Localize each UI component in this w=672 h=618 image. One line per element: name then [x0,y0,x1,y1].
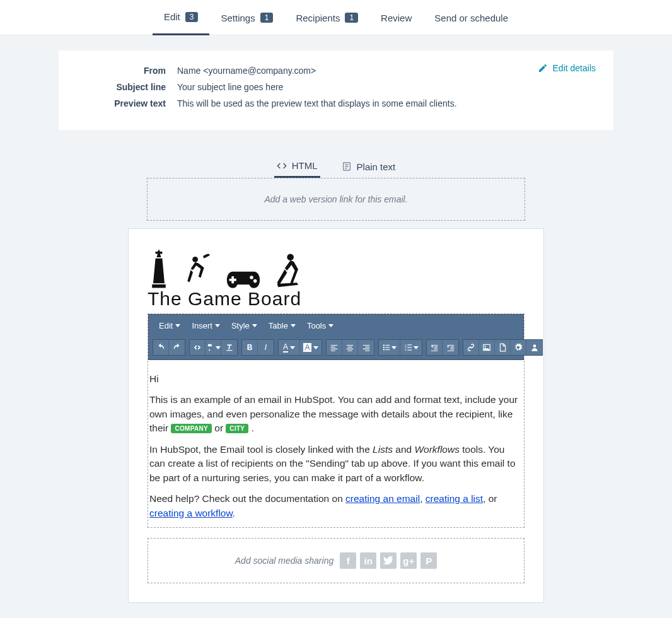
token-company[interactable]: COMPANY [171,424,211,433]
tab-recipients-badge: 1 [345,13,358,23]
align-left-button[interactable] [327,340,342,355]
paragraph-3: Need help? Check out the documentation o… [149,492,523,520]
file-icon [498,343,507,352]
align-right-button[interactable] [358,340,374,355]
view-tab-html[interactable]: HTML [274,155,320,178]
link-icon [466,343,475,352]
italic-button[interactable]: I [258,340,274,355]
pencil-icon [538,63,548,73]
bold-button[interactable]: B [242,340,258,355]
svg-rect-13 [385,345,390,346]
svg-rect-19 [407,344,412,345]
caret-down-icon [215,324,220,327]
edit-details-button[interactable]: Edit details [538,63,596,73]
outdent-button[interactable] [427,340,443,355]
link-button[interactable] [463,340,479,355]
redo-button[interactable] [169,340,185,355]
svg-point-4 [192,257,198,262]
caret-down-icon [175,324,180,327]
svg-point-26 [533,344,536,347]
preview-label: Preview text [78,98,166,108]
gear-button[interactable] [511,340,526,355]
image-button[interactable] [479,340,495,355]
svg-point-9 [253,279,257,283]
format-paint-icon [206,343,215,352]
web-version-placeholder[interactable]: Add a web version link for this email. [147,178,525,221]
menu-style[interactable]: Style [228,318,261,333]
email-body[interactable]: Hi This is an example of an email in Hub… [148,360,524,520]
rich-text-editor[interactable]: Edit Insert Style Table Tools B I [148,313,524,528]
link-creating-workflow[interactable]: creating a workflow [149,508,233,518]
code-icon [193,343,202,352]
caret-down-icon [414,346,419,349]
clear-format-button[interactable] [221,340,237,355]
tab-send-label: Send or schedule [434,13,508,23]
caret-down-icon [328,324,333,327]
tab-review[interactable]: Review [369,0,423,35]
numbered-list-button[interactable]: 123 [400,340,422,355]
caret-down-icon [216,346,221,349]
personalize-button[interactable] [526,340,542,355]
indent-button[interactable] [443,340,458,355]
menu-insert[interactable]: Insert [188,318,224,333]
bullet-list-icon [382,343,391,352]
wizard-tabs: Edit 3 Settings 1 Recipients 1 Review Se… [0,0,672,35]
tab-recipients[interactable]: Recipients 1 [284,0,369,35]
social-sharing-placeholder[interactable]: Add social media sharing f in g+ P [148,538,524,583]
menu-edit[interactable]: Edit [155,318,184,333]
logo-text: The Game Board [148,288,303,310]
source-code-button[interactable] [190,340,206,355]
clear-format-icon [225,343,234,352]
svg-rect-21 [407,347,412,347]
paragraph-1: This is an example of an email in HubSpo… [149,393,523,435]
badminton-player-icon [184,253,212,288]
tab-settings[interactable]: Settings 1 [209,0,284,35]
social-icons: f in g+ P [340,552,437,569]
editor-toolbar: Edit Insert Style Table Tools B I [148,314,524,360]
svg-rect-7 [229,279,236,281]
facebook-icon[interactable]: f [340,552,356,569]
svg-point-14 [383,347,385,348]
token-city[interactable]: CITY [226,424,248,433]
svg-rect-23 [407,350,412,351]
subject-value: Your subject line goes here [177,82,283,92]
redo-icon [173,343,182,352]
link-creating-email[interactable]: creating an email [345,493,420,504]
tab-recipients-label: Recipients [296,13,340,23]
view-tab-plain[interactable]: Plain text [339,155,398,178]
view-tab-plain-label: Plain text [357,161,396,172]
align-right-icon [362,343,371,352]
format-paint-button[interactable] [206,340,221,355]
tab-settings-badge: 1 [260,13,274,23]
file-button[interactable] [495,340,511,355]
align-left-icon [330,343,339,352]
from-label: From [78,66,166,76]
googleplus-icon[interactable]: g+ [400,552,417,569]
align-center-button[interactable] [342,340,358,355]
tab-send[interactable]: Send or schedule [423,0,519,35]
linkedin-icon[interactable]: in [360,552,376,569]
twitter-icon[interactable] [380,552,397,569]
tab-edit-badge: 3 [185,12,199,22]
paragraph-2: In HubSpot, the Email tool is closely li… [149,443,523,485]
indent-icon [446,343,455,352]
email-canvas: The Game Board Edit Insert Style Table T… [128,228,544,603]
menu-table[interactable]: Table [265,318,299,333]
undo-button[interactable] [153,340,169,355]
text-color-button[interactable]: A [279,340,300,355]
menu-tools[interactable]: Tools [303,318,337,333]
person-icon [530,343,539,352]
svg-point-16 [383,349,385,350]
background-color-button[interactable]: A [300,340,322,355]
svg-point-8 [250,276,253,279]
bullet-list-button[interactable] [379,340,400,355]
link-creating-list[interactable]: creating a list [426,493,483,504]
pinterest-icon[interactable]: P [420,552,437,569]
tab-edit-label: Edit [164,11,180,22]
subject-label: Subject line [78,82,166,92]
svg-rect-15 [385,347,390,347]
caret-down-icon [391,346,397,349]
svg-text:3: 3 [405,348,407,351]
tab-edit[interactable]: Edit 3 [153,0,210,35]
tab-settings-label: Settings [221,13,255,23]
